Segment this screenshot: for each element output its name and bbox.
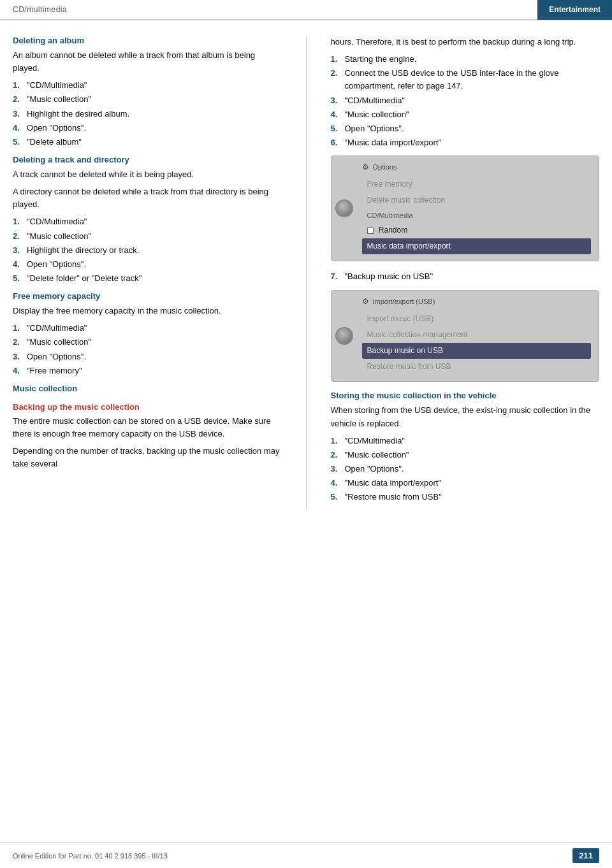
list-item: 6."Music data import/export": [331, 136, 600, 149]
list-item: 1."CD/Multimedia": [13, 79, 282, 92]
list-item: 3.Highlight the directory or track.: [13, 244, 282, 257]
list-item: 4."Music collection": [331, 108, 600, 121]
section-title-deleting-album: Deleting an album: [13, 36, 282, 45]
list-item: 2.Connect the USB device to the USB inte…: [331, 67, 600, 92]
list-item: 1."CD/Multimedia": [13, 215, 282, 228]
screenshot-options-inner: ⚙ Options Free memory Delete music colle…: [362, 163, 592, 254]
section-free-memory: Free memory capacity Display the free me…: [13, 291, 282, 377]
section-title-music-collection: Music collection: [13, 384, 282, 393]
steps-deleting-track: 1."CD/Multimedia" 2."Music collection" 3…: [13, 215, 282, 285]
list-item: 2."Music collection": [331, 449, 600, 461]
para-deleting-album: An album cannot be deleted while a track…: [13, 49, 282, 75]
menu-item-import-music: Import music (USB): [362, 311, 592, 327]
subsection-title-backup: Backing up the music collection: [13, 402, 282, 412]
screenshot-options-title: ⚙ Options: [362, 163, 592, 171]
list-item: 4.Open "Options".: [13, 122, 282, 134]
section-title-deleting-track: Deleting a track and directory: [13, 155, 282, 164]
column-divider: [306, 36, 307, 510]
list-item: 1."CD/Multimedia": [13, 322, 282, 335]
list-item: 5."Delete album": [13, 136, 282, 148]
section-music-collection: Music collection Backing up the music co…: [13, 384, 282, 471]
menu-item-backup-usb: Backup music on USB: [362, 343, 592, 359]
section-deleting-album: Deleting an album An album cannot be del…: [13, 36, 282, 148]
settings-icon-2: ⚙: [362, 297, 369, 306]
header-chapter-label: Entertainment: [537, 0, 612, 20]
list-item: 3.Open "Options".: [331, 463, 600, 475]
settings-icon: ⚙: [362, 163, 369, 171]
footer-text: Online Edition for Part no. 01 40 2 918 …: [13, 852, 168, 860]
list-item: 4."Music data import/export": [331, 477, 600, 489]
screenshot-import-inner: ⚙ Import/export (USB) Import music (USB)…: [362, 297, 592, 375]
list-item: 3."CD/Multimedia": [331, 94, 600, 107]
list-item: 2."Music collection": [13, 93, 282, 106]
list-item: 2."Music collection": [13, 230, 282, 243]
list-item: 5."Delete folder" or "Delete track": [13, 272, 282, 285]
section-storing: Storing the music collection in the vehi…: [331, 391, 600, 503]
intro-continuation: hours. Therefore, it is best to perform …: [331, 36, 600, 48]
checkbox-random: [367, 228, 374, 234]
ui-knob-icon: [335, 199, 353, 217]
list-item: 1."CD/Multimedia": [331, 435, 600, 447]
para-deleting-track-2: A directory cannot be deleted while a tr…: [13, 185, 282, 211]
step7: 7. "Backup music on USB": [331, 270, 600, 283]
screenshot-import-title: ⚙ Import/export (USB): [362, 297, 592, 306]
para-storing: When storing from the USB device, the ex…: [331, 404, 600, 430]
list-item: 2."Music collection": [13, 336, 282, 349]
right-column: hours. Therefore, it is best to perform …: [324, 36, 600, 510]
step7-container: 7. "Backup music on USB": [331, 270, 600, 283]
section-title-storing: Storing the music collection in the vehi…: [331, 391, 600, 400]
menu-item-music-collection-mgmt: Music collection management: [362, 327, 592, 343]
steps-deleting-album: 1."CD/Multimedia" 2."Music collection" 3…: [13, 79, 282, 148]
page-footer: Online Edition for Part no. 01 40 2 918 …: [0, 843, 612, 868]
section-title-free-memory: Free memory capacity: [13, 291, 282, 301]
list-item: 3.Highlight the desired album.: [13, 108, 282, 120]
main-content: Deleting an album An album cannot be del…: [0, 20, 612, 529]
para-free-memory: Display the free memory capacity in the …: [13, 305, 282, 317]
page-header: CD/multimedia Entertainment: [0, 0, 612, 20]
steps-free-memory: 1."CD/Multimedia" 2."Music collection" 3…: [13, 322, 282, 377]
section-deleting-track: Deleting a track and directory A track c…: [13, 155, 282, 285]
ui-knob-icon-2: [335, 327, 353, 345]
menu-item-music-data: Music data import/export: [362, 238, 592, 254]
para-deleting-track-1: A track cannot be deleted while it is be…: [13, 168, 282, 181]
page-number: 211: [572, 848, 599, 863]
list-item: 3.Open "Options".: [13, 351, 282, 363]
list-item: 4."Free memory": [13, 365, 282, 377]
screenshot-options-menu: ⚙ Options Free memory Delete music colle…: [331, 156, 600, 261]
para-backup-2: Depending on the number of tracks, backi…: [13, 445, 282, 470]
para-backup-1: The entire music collection can be store…: [13, 415, 282, 440]
screenshot-import-export: ⚙ Import/export (USB) Import music (USB)…: [331, 290, 600, 382]
list-item: 4.Open "Options".: [13, 258, 282, 271]
menu-item-restore-usb: Restore music from USB: [362, 359, 592, 375]
menu-item-free-memory: Free memory: [362, 177, 592, 192]
menu-item-random: Random: [362, 222, 592, 238]
steps-backup-intro: 1.Starting the engine. 2.Connect the USB…: [331, 53, 600, 149]
menu-item-delete-music: Delete music collection: [362, 192, 592, 208]
menu-item-cd-multimedia: CD/Multimedia: [362, 209, 592, 223]
list-item: 5."Restore music from USB": [331, 491, 600, 503]
list-item: 5.Open "Options".: [331, 122, 600, 135]
list-item: 1.Starting the engine.: [331, 53, 600, 66]
left-column: Deleting an album An album cannot be del…: [13, 36, 288, 510]
steps-storing: 1."CD/Multimedia" 2."Music collection" 3…: [331, 435, 600, 504]
header-section-label: CD/multimedia: [0, 5, 537, 14]
